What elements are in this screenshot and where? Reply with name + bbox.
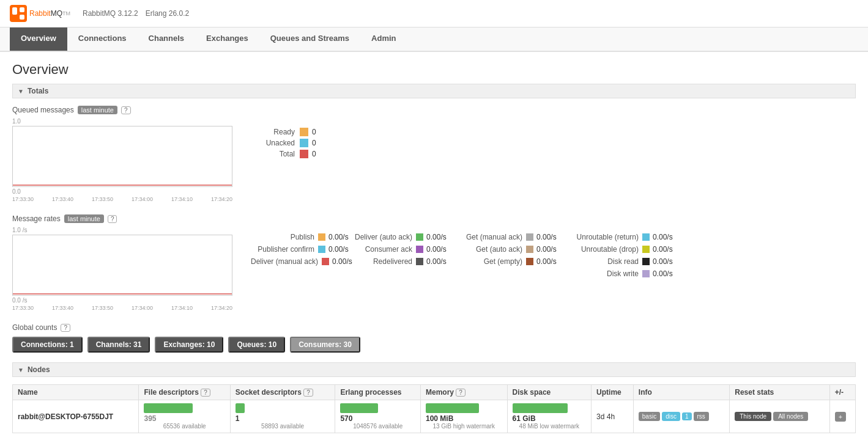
nodes-section-header[interactable]: ▼ Nodes [12, 362, 856, 377]
nav-link-queues[interactable]: Queues and Streams [259, 27, 360, 51]
queued-chart-x-labels: 17:33:30 17:33:40 17:33:50 17:34:00 17:3… [12, 196, 232, 202]
global-counts-text: Global counts [12, 323, 57, 332]
rate-deliver-manual-name: Deliver (manual ack) [251, 257, 322, 266]
nav-item-overview[interactable]: Overview [10, 27, 67, 51]
memory-sub: 13 GiB high watermark [426, 423, 502, 430]
message-rates-help[interactable]: ? [108, 215, 117, 223]
nav-link-exchanges[interactable]: Exchanges [195, 27, 259, 51]
svg-rect-1 [12, 7, 17, 15]
rate-publish-value: 0.00/s [328, 233, 349, 241]
consumer-ack-color-icon [416, 246, 423, 253]
rabbitmq-version: RabbitMQ 3.12.2 [83, 9, 138, 18]
file-desc-progress-bar [144, 403, 192, 413]
stat-ready-value: 0 [312, 128, 316, 136]
rate-consumer-ack-value: 0.00/s [426, 245, 447, 254]
info-cell: basic disc 1 rss [633, 400, 729, 433]
reset-stats-cell: This node All nodes [730, 400, 829, 433]
x-label-2: 17:33:50 [92, 196, 113, 202]
logo-tm-text: TM [62, 10, 70, 16]
global-counts-help[interactable]: ? [61, 324, 70, 332]
info-rss-btn[interactable]: rss [694, 412, 709, 421]
queued-messages-chart-row: 1.0 0.0 17:33:30 17:33:40 17:33:50 17:34… [12, 118, 856, 202]
queues-count[interactable]: Queues: 10 [228, 337, 285, 353]
totals-arrow-icon: ▼ [18, 88, 24, 95]
totals-section-header[interactable]: ▼ Totals [12, 84, 856, 98]
rate-unroutable-drop: Unroutable (drop) 0.00/s [569, 245, 691, 254]
rate-unroutable-return-name: Unroutable (return) [569, 233, 642, 241]
deliver-auto-color-icon [416, 233, 423, 241]
rates-x-5: 17:34:20 [211, 305, 232, 311]
col-disk-space: Disk space [507, 385, 592, 400]
table-row: rabbit@DESKTOP-6755DJT 395 65536 availab… [13, 400, 856, 433]
rate-publisher-confirm: Publisher confirm 0.00/s [251, 245, 355, 254]
rates-col3: Get (manual ack) 0.00/s Get (auto ack) 0… [459, 233, 569, 278]
info-disc-btn[interactable]: disc [662, 412, 680, 421]
info-buttons: basic disc 1 rss [639, 412, 724, 421]
file-desc-help[interactable]: ? [201, 389, 210, 397]
channels-count[interactable]: Channels: 31 [87, 337, 150, 353]
erlang-proc-sub: 1048576 available [340, 423, 415, 430]
nav-link-admin[interactable]: Admin [360, 27, 407, 51]
rabbit-logo-icon [10, 5, 27, 22]
col-file-desc: File descriptors ? [139, 385, 230, 400]
pm-cell: + [829, 400, 855, 433]
disk-write-color-icon [642, 270, 650, 277]
message-rates-timerange[interactable]: last minute [64, 214, 104, 223]
node-name: rabbit@DESKTOP-6755DJT [18, 412, 113, 421]
rates-x-2: 17:33:50 [92, 305, 113, 311]
nodes-table-body: rabbit@DESKTOP-6755DJT 395 65536 availab… [13, 400, 856, 433]
nav-item-queues[interactable]: Queues and Streams [259, 27, 360, 51]
global-counts-section: Global counts ? Connections: 1 Channels:… [12, 323, 856, 353]
all-nodes-btn[interactable]: All nodes [773, 412, 808, 421]
rate-get-manual-value: 0.00/s [536, 233, 557, 241]
disk-space-sub: 48 MiB low watermark [513, 423, 587, 430]
rate-disk-write-value: 0.00/s [653, 269, 673, 278]
stat-unacked-value: 0 [312, 139, 316, 147]
svg-rect-3 [20, 15, 24, 20]
stat-ready-name: Ready [251, 128, 300, 136]
rate-redelivered-name: Redelivered [355, 257, 416, 266]
rate-deliver-auto: Deliver (auto ack) 0.00/s [355, 233, 459, 241]
queued-messages-timerange[interactable]: last minute [78, 106, 117, 114]
socket-desc-cell: 1 58893 available [230, 400, 335, 433]
rate-publisher-confirm-value: 0.00/s [328, 245, 349, 254]
stat-unacked-name: Unacked [251, 139, 300, 147]
exchanges-count[interactable]: Exchanges: 10 [155, 337, 223, 353]
pm-button[interactable]: + [835, 412, 846, 422]
nav-item-connections[interactable]: Connections [67, 27, 138, 51]
get-auto-color-icon [526, 246, 533, 253]
publish-color-icon [318, 233, 325, 241]
memory-value: 100 MiB [426, 414, 502, 423]
message-rates-text: Message rates [12, 214, 61, 223]
rate-publish-name: Publish [251, 233, 318, 241]
rate-get-manual-name: Get (manual ack) [459, 233, 526, 241]
queued-messages-help[interactable]: ? [121, 106, 131, 114]
nav-link-channels[interactable]: Channels [138, 27, 196, 51]
rate-disk-read: Disk read 0.00/s [569, 257, 691, 266]
reset-buttons: This node All nodes [735, 412, 824, 421]
nav-item-exchanges[interactable]: Exchanges [195, 27, 259, 51]
consumers-count[interactable]: Consumers: 30 [290, 337, 360, 353]
queued-messages-section: Queued messages last minute ? 1.0 0.0 17… [12, 106, 856, 202]
rate-get-auto-name: Get (auto ack) [459, 245, 526, 254]
rates-chart-y-top: 1.0 /s [12, 227, 232, 233]
rate-deliver-manual: Deliver (manual ack) 0.00/s [251, 257, 355, 266]
info-num-badge: 1 [682, 412, 692, 420]
x-label-3: 17:34:00 [132, 196, 153, 202]
socket-desc-sub: 58893 available [236, 423, 330, 430]
this-node-btn[interactable]: This node [735, 412, 771, 421]
info-basic-btn[interactable]: basic [639, 412, 660, 421]
memory-help[interactable]: ? [456, 389, 466, 397]
x-label-4: 17:34:10 [171, 196, 193, 202]
stat-total: Total 0 [251, 150, 316, 158]
col-name: Name [13, 385, 139, 400]
nav-item-admin[interactable]: Admin [360, 27, 407, 51]
nav-link-overview[interactable]: Overview [10, 27, 67, 51]
nav-item-channels[interactable]: Channels [138, 27, 196, 51]
rate-unroutable-drop-name: Unroutable (drop) [569, 245, 642, 254]
socket-desc-help[interactable]: ? [303, 389, 313, 397]
nav-link-connections[interactable]: Connections [67, 27, 138, 51]
connections-count[interactable]: Connections: 1 [12, 337, 83, 353]
erlang-proc-progress-wrap: 570 1048576 available [340, 403, 415, 430]
node-name-cell: rabbit@DESKTOP-6755DJT [13, 400, 139, 433]
